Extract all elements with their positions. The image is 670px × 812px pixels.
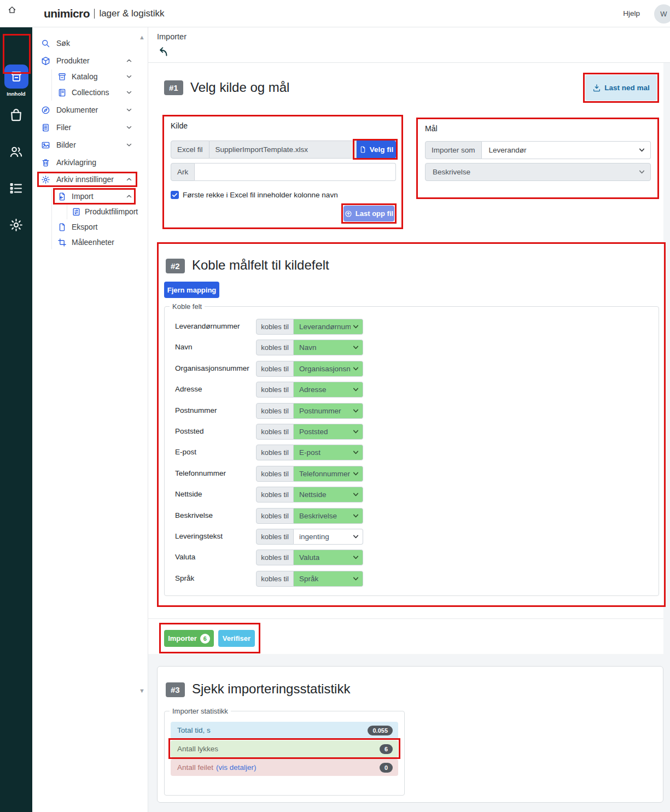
mapping-target-select[interactable]: Språk [294, 571, 363, 587]
step1-badge: #1 [164, 80, 183, 95]
mapping-target-select[interactable]: Poststed [294, 424, 363, 440]
mapping-target-select[interactable]: Telefonnummer [294, 466, 363, 482]
mapping-target-select[interactable]: Navn [294, 340, 363, 355]
sidebar-item-arkiv-innstillinger[interactable]: Arkiv innstillinger [32, 171, 142, 188]
chevron-down-icon [125, 73, 133, 80]
mapping-target-select[interactable]: E-post [294, 445, 363, 460]
chevron-up-icon [125, 176, 133, 183]
mapping-field-label: Beskrivelse [175, 511, 213, 519]
statistics-fieldset-legend: Importer statistikk [170, 707, 231, 715]
chevron-down-icon [352, 491, 359, 498]
mapping-row: kobles tilNavn [256, 340, 363, 355]
verify-button[interactable]: Verifiser [218, 630, 255, 647]
mapping-target-select[interactable]: Postnummer [294, 403, 363, 419]
kobles-til-prepend: kobles til [256, 508, 294, 524]
stat-value-badge: 0.055 [368, 726, 393, 735]
rail-item-innhold-label: Innhold [0, 91, 32, 97]
mapping-row: kobles tilOrganisasjonsnummer [256, 361, 363, 377]
sidebar-item-dokumenter[interactable]: Dokumenter [32, 102, 142, 118]
chevron-up-icon [125, 192, 133, 200]
upload-file-button[interactable]: Last opp fil [343, 206, 394, 221]
sidebar-item-arkivlagring[interactable]: Arkivlagring [32, 154, 142, 171]
mapping-field-label: Postnummer [175, 406, 217, 414]
mapping-field-label: Leverandørnummer [175, 322, 240, 330]
kobles-til-prepend: kobles til [256, 424, 294, 440]
chevron-down-icon [352, 533, 359, 540]
stat-row-info: Total tid, s0.055 [171, 722, 398, 739]
sheet-input[interactable] [195, 163, 396, 181]
gear-icon [41, 175, 50, 184]
mapping-row: kobles tilingenting [256, 529, 363, 545]
mapping-row: kobles tilSpråk [256, 571, 363, 587]
mapping-target-select[interactable]: Organisasjonsnummer [294, 361, 363, 377]
mapping-target-select[interactable]: Nettside [294, 487, 363, 503]
step2-title: Koble målfelt til kildefelt [192, 258, 329, 273]
sidebar-item-import[interactable]: Import [32, 188, 142, 205]
step3-title: Sjekk importeringsstatistikk [192, 681, 350, 697]
mapping-field-label: E-post [175, 448, 196, 456]
kilde-label: Kilde [171, 121, 188, 130]
kobles-til-prepend: kobles til [256, 340, 294, 355]
crop-icon [57, 238, 67, 247]
kobles-til-prepend: kobles til [256, 445, 294, 460]
people-icon[interactable] [9, 144, 24, 159]
chevron-down-icon [352, 575, 359, 582]
first-row-checkbox[interactable] [171, 191, 179, 199]
file-import-icon [57, 192, 67, 201]
mapping-field-label: Poststed [175, 427, 204, 435]
sidebar-item-eksport[interactable]: Eksport [32, 219, 142, 235]
sidebar-item-s-k[interactable]: Søk [32, 35, 142, 51]
chevron-down-icon [352, 323, 359, 330]
chevron-down-icon [352, 365, 359, 372]
archive-box-icon [57, 72, 67, 81]
shopping-bag-icon[interactable] [9, 108, 24, 122]
excel-filename-field[interactable]: SupplierImportTemplate.xlsx [209, 141, 357, 159]
download-template-button[interactable]: Last ned mal [585, 75, 657, 101]
sidebar-item-produkter[interactable]: Produkter [32, 52, 142, 69]
mapping-row: kobles tilE-post [256, 445, 363, 460]
compass-icon [41, 106, 50, 115]
rail-item-innhold[interactable] [4, 65, 28, 89]
mapping-target-select[interactable]: Adresse [294, 382, 363, 398]
chevron-down-icon [352, 512, 359, 519]
excel-file-prepend: Excel fil [171, 141, 209, 159]
import-as-select[interactable]: Leverandør [482, 141, 651, 159]
chevron-down-icon [352, 407, 359, 414]
mapping-target-select[interactable]: Beskrivelse [294, 508, 363, 524]
page-header: Importer [148, 27, 670, 63]
sidebar-item-katalog[interactable]: Katalog [32, 68, 142, 85]
kobles-til-prepend: kobles til [256, 403, 294, 419]
user-avatar[interactable]: W [654, 4, 670, 24]
help-link[interactable]: Hjelp [623, 9, 640, 17]
sidebar-item-bilder[interactable]: Bilder [32, 137, 142, 153]
mapping-target-select[interactable]: ingenting [294, 529, 363, 545]
choose-file-button[interactable]: Velg fil [357, 141, 396, 159]
chevron-down-icon [352, 344, 359, 351]
import-button[interactable]: Importer 6 [164, 630, 214, 647]
clear-mapping-button[interactable]: Fjern mapping [164, 282, 219, 298]
mapping-target-select[interactable]: Valuta [294, 550, 363, 565]
sidebar-item-produktfilimport[interactable]: Produktfilimport [32, 203, 142, 220]
kobles-til-prepend: kobles til [256, 529, 294, 545]
mapping-target-select[interactable]: Leverandørnummer [294, 319, 363, 335]
sidebar-item-collections[interactable]: Collections [32, 84, 142, 101]
first-row-checkbox-label: Første rekke i Excel fil inneholder kolo… [183, 191, 338, 199]
chevron-down-icon [638, 168, 645, 176]
sidebar-item-filer[interactable]: Filer [32, 119, 142, 136]
search-icon [41, 39, 50, 48]
description-select[interactable]: Beskrivelse [425, 163, 651, 181]
stat-row-danger: Antall feilet(vis detaljer)0 [171, 759, 398, 776]
maal-label: Mål [425, 124, 438, 133]
chevron-down-icon [352, 449, 359, 456]
sidebar-item-m-leenheter[interactable]: Måleenheter [32, 234, 142, 250]
task-list-icon[interactable] [9, 181, 24, 196]
import-as-group: Importer som Leverandør [425, 141, 651, 159]
mapping-row: kobles tilAdresse [256, 382, 363, 398]
image-icon [41, 141, 50, 150]
show-details-link[interactable]: (vis detaljer) [216, 763, 257, 772]
mapping-fieldset: Koble felt [164, 302, 659, 596]
sidebar-scroll-down-icon[interactable]: ▼ [139, 687, 145, 694]
back-arrow-icon[interactable] [156, 45, 169, 58]
gear-icon[interactable] [9, 218, 24, 232]
home-icon[interactable] [8, 5, 24, 22]
